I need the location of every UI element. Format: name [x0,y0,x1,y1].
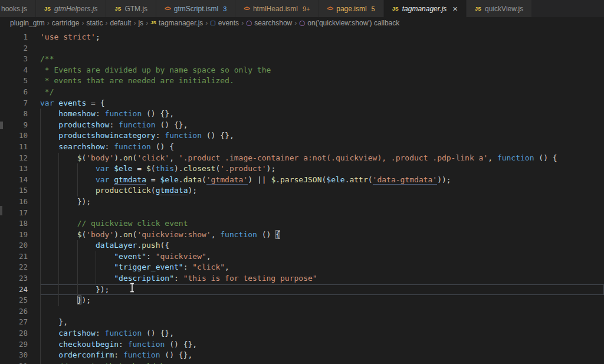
line-number[interactable]: 6 [0,87,28,98]
code-line-content[interactable]: dataLayer.push({ [40,240,604,251]
breadcrumb-item-searchshow[interactable]: ◯searchshow [246,19,292,27]
code-line-content[interactable]: // quickview click event [40,218,604,229]
code-line-content[interactable]: cartshow: function () {}, [40,328,604,339]
code-line-content[interactable]: productClick(gtmdata); [40,185,604,196]
line-number[interactable]: 29 [0,339,28,350]
code-line-28[interactable]: 28 cartshow: function () {}, [0,328,604,339]
code-line-9[interactable]: 9 productshow: function () {}, [0,120,604,131]
tab-tagmanager.js[interactable]: JStagmanager.js× [384,0,467,17]
tab-gtmScript.isml[interactable]: <>gtmScript.isml3 [156,0,235,17]
code-line-31[interactable]: 31 // events that should happen on every… [0,361,604,364]
line-number[interactable]: 4 [0,65,28,76]
code-line-content[interactable]: }); [40,196,604,208]
line-number[interactable]: 19 [0,229,28,241]
code-line-content[interactable]: * Events are divided up by name space so… [40,65,604,76]
line-number[interactable]: 27 [0,317,28,328]
breadcrumb-item-events[interactable]: ▢events [210,19,239,27]
breadcrumb-item-on-quickview-show-callback[interactable]: ◯on('quickview:show') callback [299,19,399,27]
line-number[interactable]: 31 [0,361,28,364]
breadcrumb-item-cartridge[interactable]: cartridge [52,19,80,27]
tab-hooks.js[interactable]: JShooks.js [0,0,36,17]
code-line-29[interactable]: 29 checkoutbegin: function () {}, [0,339,604,350]
code-editor[interactable]: 1'use strict';23/**4 * Events are divide… [0,28,604,364]
line-number[interactable]: 8 [0,109,28,120]
code-line-27[interactable]: 27 }, [0,317,604,328]
breadcrumb-item-plugin-gtm[interactable]: plugin_gtm [10,19,45,27]
line-number[interactable]: 15 [0,185,28,196]
code-line-content[interactable]: var gtmdata = $ele.data('gtmdata') || $.… [40,175,604,186]
code-line-content[interactable]: "description": "this is for testing purp… [40,273,604,284]
code-line-content[interactable]: checkoutbegin: function () {}, [40,339,604,350]
code-line-17[interactable]: 17 [0,208,604,219]
code-line-16[interactable]: 16 }); [0,196,604,208]
code-line-30[interactable]: 30 orderconfirm: function () {}, [0,350,604,361]
code-line-content[interactable]: }, [40,317,604,328]
code-line-content[interactable]: searchshow: function () { [40,142,604,153]
tab-htmlHead.isml[interactable]: <>htmlHead.isml9+ [235,0,319,17]
breadcrumb-item-static[interactable]: static [86,19,103,27]
line-number[interactable]: 28 [0,328,28,339]
line-number[interactable]: 16 [0,196,28,208]
line-number[interactable]: 9 [0,120,28,131]
line-number[interactable]: 14 [0,175,28,186]
line-number[interactable]: 1 [0,32,28,43]
code-line-20[interactable]: 20 dataLayer.push({ [0,240,604,251]
line-number[interactable]: 25 [0,295,28,306]
code-line-14[interactable]: 14 var gtmdata = $ele.data('gtmdata') ||… [0,175,604,186]
breadcrumb-item-tagmanager-js[interactable]: JStagmanager.js [150,19,203,27]
line-number[interactable]: 5 [0,76,28,87]
code-line-content[interactable]: $('body').on('click', '.product .image-c… [40,153,604,164]
code-line-12[interactable]: 12 $('body').on('click', '.product .imag… [0,153,604,164]
code-line-23[interactable]: 23 "description": "this is for testing p… [0,273,604,284]
code-line-content[interactable]: "event": "quickview", [40,251,604,263]
code-line-13[interactable]: 13 var $ele = $(this).closest('.product'… [0,163,604,175]
code-line-content[interactable]: */ [40,87,604,98]
code-line-8[interactable]: 8 homeshow: function () {}, [0,109,604,120]
line-number[interactable]: 2 [0,43,28,54]
code-line-10[interactable]: 10 productshowincategory: function () {}… [0,130,604,142]
line-number[interactable]: 17 [0,208,28,219]
tab-GTM.js[interactable]: JSGTM.js [106,0,156,17]
line-number[interactable]: 22 [0,262,28,273]
code-line-content[interactable]: productshowincategory: function () {}, [40,130,604,142]
code-line-15[interactable]: 15 productClick(gtmdata); [0,185,604,196]
line-number[interactable]: 23 [0,273,28,284]
code-line-content[interactable]: * events that are needed are initialized… [40,76,604,87]
code-line-content[interactable]: var $ele = $(this).closest('.product'); [40,163,604,175]
tab-quickView.js[interactable]: JSquickView.js [467,0,532,17]
close-icon[interactable]: × [452,4,458,13]
tab-page.isml[interactable]: <>page.isml5 [319,0,384,17]
code-line-content[interactable]: /** [40,54,604,65]
line-number[interactable]: 10 [0,130,28,142]
code-line-11[interactable]: 11 searchshow: function () { [0,142,604,153]
tab-gtmHelpers.js[interactable]: JSgtmHelpers.js [36,0,106,17]
line-number[interactable]: 12 [0,153,28,164]
code-line-18[interactable]: 18 // quickview click event [0,218,604,229]
line-number[interactable]: 20 [0,240,28,251]
code-line-content[interactable]: "trigger_event": "click", [40,262,604,273]
code-line-7[interactable]: 7var events = { [0,98,604,109]
code-line-26[interactable]: 26 [0,306,604,317]
code-line-6[interactable]: 6 */ [0,87,604,98]
code-line-2[interactable]: 2 [0,43,604,54]
code-line-content[interactable] [40,306,604,317]
code-line-5[interactable]: 5 * events that are needed are initializ… [0,76,604,87]
line-number[interactable]: 24 [0,284,28,296]
code-line-19[interactable]: 19 $('body').on('quickview:show', functi… [0,229,604,241]
line-number[interactable]: 11 [0,142,28,153]
code-line-content[interactable]: var events = { [40,98,604,109]
code-line-content[interactable]: // events that should happen on every pa… [40,361,604,364]
code-line-content[interactable]: }); [40,295,604,306]
code-line-content[interactable]: productshow: function () {}, [40,120,604,131]
breadcrumb-item-default[interactable]: default [110,19,131,27]
line-number[interactable]: 3 [0,54,28,65]
code-line-content[interactable]: orderconfirm: function () {}, [40,350,604,361]
line-number[interactable]: 13 [0,163,28,175]
code-line-1[interactable]: 1'use strict'; [0,32,604,43]
code-line-22[interactable]: 22 "trigger_event": "click", [0,262,604,273]
code-line-4[interactable]: 4 * Events are divided up by name space … [0,65,604,76]
breadcrumb-item-js[interactable]: js [138,19,143,27]
code-line-content[interactable]: 'use strict'; [40,32,604,43]
code-line-content[interactable]: $('body').on('quickview:show', function … [40,229,604,241]
code-line-3[interactable]: 3/** [0,54,604,65]
